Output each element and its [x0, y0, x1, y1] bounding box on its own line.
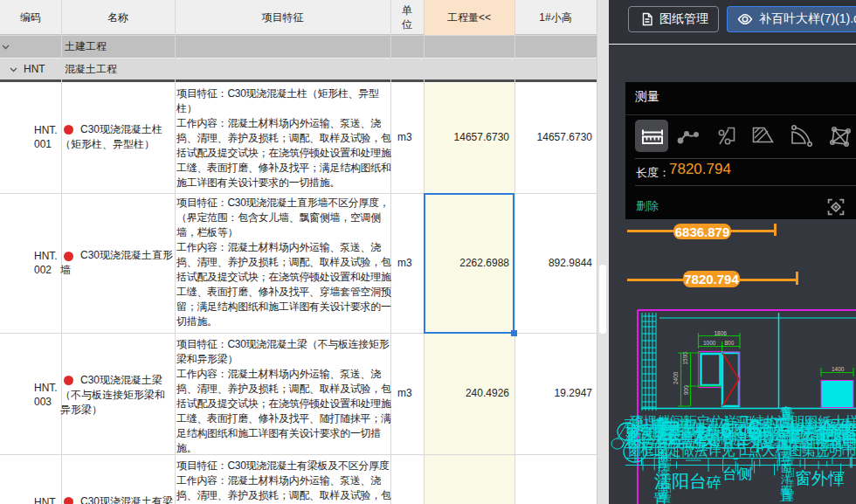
- svg-text:1806: 1806: [714, 330, 728, 336]
- svg-text:900: 900: [683, 385, 689, 395]
- svg-text:1000: 1000: [703, 340, 716, 346]
- svg-text:2400: 2400: [673, 371, 679, 384]
- svg-text:6: 6: [721, 418, 732, 442]
- svg-text:管: 管: [838, 420, 856, 446]
- svg-text:置: 置: [785, 490, 795, 501]
- svg-text:1400: 1400: [832, 366, 845, 372]
- svg-text:枝: 枝: [694, 424, 717, 450]
- svg-text:800: 800: [725, 340, 735, 346]
- svg-text:置: 置: [662, 494, 672, 504]
- svg-text:仓: 仓: [815, 418, 839, 445]
- svg-text:窗外惲: 窗外惲: [795, 469, 845, 487]
- svg-text:6: 6: [747, 414, 763, 445]
- svg-text:1500: 1500: [682, 352, 688, 365]
- svg-text:台侧: 台侧: [722, 466, 752, 482]
